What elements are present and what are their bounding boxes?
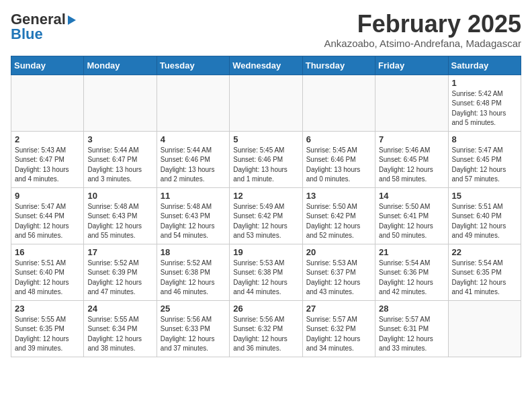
- day-number: 8: [452, 134, 517, 144]
- calendar-cell: 11Sunrise: 5:48 AM Sunset: 6:43 PM Dayli…: [157, 187, 229, 244]
- calendar-week-4: 16Sunrise: 5:51 AM Sunset: 6:40 PM Dayli…: [11, 244, 521, 300]
- day-number: 6: [306, 134, 371, 144]
- calendar-cell: 26Sunrise: 5:56 AM Sunset: 6:32 PM Dayli…: [230, 300, 302, 357]
- day-info: Sunrise: 5:53 AM Sunset: 6:38 PM Dayligh…: [233, 259, 298, 298]
- day-info: Sunrise: 5:55 AM Sunset: 6:35 PM Dayligh…: [15, 315, 80, 354]
- calendar-cell: 5Sunrise: 5:45 AM Sunset: 6:46 PM Daylig…: [230, 131, 302, 187]
- day-number: 9: [15, 191, 80, 201]
- day-number: 11: [161, 191, 226, 201]
- day-number: 12: [233, 191, 298, 201]
- day-info: Sunrise: 5:44 AM Sunset: 6:47 PM Dayligh…: [87, 146, 152, 185]
- page-header: General Blue February 2025 Ankazoabo, At…: [11, 11, 521, 49]
- calendar-cell: 4Sunrise: 5:44 AM Sunset: 6:46 PM Daylig…: [157, 131, 229, 187]
- calendar-cell: [84, 75, 157, 131]
- calendar-cell: [157, 75, 229, 131]
- day-info: Sunrise: 5:48 AM Sunset: 6:43 PM Dayligh…: [87, 202, 152, 241]
- location-title: Ankazoabo, Atsimo-Andrefana, Madagascar: [324, 38, 521, 49]
- logo: General Blue: [11, 11, 76, 43]
- weekday-header-saturday: Saturday: [448, 56, 521, 75]
- calendar-cell: [11, 75, 84, 131]
- calendar-cell: 12Sunrise: 5:49 AM Sunset: 6:42 PM Dayli…: [230, 187, 302, 244]
- calendar-cell: 2Sunrise: 5:43 AM Sunset: 6:47 PM Daylig…: [11, 131, 84, 187]
- weekday-header-wednesday: Wednesday: [230, 56, 302, 75]
- calendar-cell: 6Sunrise: 5:45 AM Sunset: 6:46 PM Daylig…: [302, 131, 375, 187]
- calendar-header-row: SundayMondayTuesdayWednesdayThursdayFrid…: [11, 56, 521, 75]
- calendar-cell: 19Sunrise: 5:53 AM Sunset: 6:38 PM Dayli…: [230, 244, 302, 300]
- day-info: Sunrise: 5:56 AM Sunset: 6:33 PM Dayligh…: [161, 315, 226, 354]
- calendar-week-2: 2Sunrise: 5:43 AM Sunset: 6:47 PM Daylig…: [11, 131, 521, 187]
- day-info: Sunrise: 5:57 AM Sunset: 6:32 PM Dayligh…: [306, 315, 371, 354]
- day-info: Sunrise: 5:48 AM Sunset: 6:43 PM Dayligh…: [161, 202, 226, 241]
- day-number: 7: [379, 134, 444, 144]
- logo-blue: Blue: [11, 26, 43, 43]
- calendar-cell: [302, 75, 375, 131]
- day-number: 1: [452, 78, 517, 88]
- day-info: Sunrise: 5:52 AM Sunset: 6:38 PM Dayligh…: [161, 259, 226, 298]
- calendar-cell: [448, 300, 521, 357]
- day-info: Sunrise: 5:53 AM Sunset: 6:37 PM Dayligh…: [306, 259, 371, 298]
- calendar-cell: 10Sunrise: 5:48 AM Sunset: 6:43 PM Dayli…: [84, 187, 157, 244]
- calendar-cell: [230, 75, 302, 131]
- calendar-cell: 3Sunrise: 5:44 AM Sunset: 6:47 PM Daylig…: [84, 131, 157, 187]
- day-number: 18: [161, 247, 226, 257]
- calendar-cell: 15Sunrise: 5:51 AM Sunset: 6:40 PM Dayli…: [448, 187, 521, 244]
- day-info: Sunrise: 5:43 AM Sunset: 6:47 PM Dayligh…: [15, 146, 80, 185]
- calendar-cell: 25Sunrise: 5:56 AM Sunset: 6:33 PM Dayli…: [157, 300, 229, 357]
- day-number: 16: [15, 247, 80, 257]
- day-number: 26: [233, 304, 298, 314]
- day-number: 24: [87, 304, 152, 314]
- day-info: Sunrise: 5:51 AM Sunset: 6:40 PM Dayligh…: [15, 259, 80, 298]
- calendar-cell: 18Sunrise: 5:52 AM Sunset: 6:38 PM Dayli…: [157, 244, 229, 300]
- calendar-cell: 23Sunrise: 5:55 AM Sunset: 6:35 PM Dayli…: [11, 300, 84, 357]
- day-number: 17: [87, 247, 152, 257]
- day-info: Sunrise: 5:46 AM Sunset: 6:45 PM Dayligh…: [379, 146, 444, 185]
- calendar-week-1: 1Sunrise: 5:42 AM Sunset: 6:48 PM Daylig…: [11, 75, 521, 131]
- day-info: Sunrise: 5:45 AM Sunset: 6:46 PM Dayligh…: [306, 146, 371, 185]
- calendar-cell: 24Sunrise: 5:55 AM Sunset: 6:34 PM Dayli…: [84, 300, 157, 357]
- month-title: February 2025: [324, 11, 521, 38]
- day-number: 15: [452, 191, 517, 201]
- weekday-header-friday: Friday: [375, 56, 448, 75]
- day-number: 4: [161, 134, 226, 144]
- calendar-cell: 28Sunrise: 5:57 AM Sunset: 6:31 PM Dayli…: [375, 300, 448, 357]
- calendar-cell: 21Sunrise: 5:54 AM Sunset: 6:36 PM Dayli…: [375, 244, 448, 300]
- day-number: 20: [306, 247, 371, 257]
- day-number: 27: [306, 304, 371, 314]
- weekday-header-monday: Monday: [84, 56, 157, 75]
- day-number: 25: [161, 304, 226, 314]
- calendar-cell: 16Sunrise: 5:51 AM Sunset: 6:40 PM Dayli…: [11, 244, 84, 300]
- day-info: Sunrise: 5:49 AM Sunset: 6:42 PM Dayligh…: [233, 202, 298, 241]
- calendar-cell: 7Sunrise: 5:46 AM Sunset: 6:45 PM Daylig…: [375, 131, 448, 187]
- day-number: 2: [15, 134, 80, 144]
- day-info: Sunrise: 5:54 AM Sunset: 6:36 PM Dayligh…: [379, 259, 444, 298]
- logo-arrow-icon: [68, 15, 76, 25]
- calendar-cell: [375, 75, 448, 131]
- title-block: February 2025 Ankazoabo, Atsimo-Andrefan…: [324, 11, 521, 49]
- day-info: Sunrise: 5:42 AM Sunset: 6:48 PM Dayligh…: [452, 89, 517, 128]
- day-info: Sunrise: 5:51 AM Sunset: 6:40 PM Dayligh…: [452, 202, 517, 241]
- calendar-week-3: 9Sunrise: 5:47 AM Sunset: 6:44 PM Daylig…: [11, 187, 521, 244]
- calendar-week-5: 23Sunrise: 5:55 AM Sunset: 6:35 PM Dayli…: [11, 300, 521, 357]
- day-number: 14: [379, 191, 444, 201]
- calendar-cell: 1Sunrise: 5:42 AM Sunset: 6:48 PM Daylig…: [448, 75, 521, 131]
- day-info: Sunrise: 5:50 AM Sunset: 6:41 PM Dayligh…: [379, 202, 444, 241]
- weekday-header-tuesday: Tuesday: [157, 56, 229, 75]
- calendar-cell: 13Sunrise: 5:50 AM Sunset: 6:42 PM Dayli…: [302, 187, 375, 244]
- calendar-cell: 14Sunrise: 5:50 AM Sunset: 6:41 PM Dayli…: [375, 187, 448, 244]
- day-number: 19: [233, 247, 298, 257]
- day-info: Sunrise: 5:52 AM Sunset: 6:39 PM Dayligh…: [87, 259, 152, 298]
- day-info: Sunrise: 5:44 AM Sunset: 6:46 PM Dayligh…: [161, 146, 226, 185]
- calendar-cell: 17Sunrise: 5:52 AM Sunset: 6:39 PM Dayli…: [84, 244, 157, 300]
- day-info: Sunrise: 5:47 AM Sunset: 6:45 PM Dayligh…: [452, 146, 517, 185]
- day-number: 23: [15, 304, 80, 314]
- day-number: 21: [379, 247, 444, 257]
- calendar-cell: 9Sunrise: 5:47 AM Sunset: 6:44 PM Daylig…: [11, 187, 84, 244]
- day-number: 10: [87, 191, 152, 201]
- calendar-cell: 20Sunrise: 5:53 AM Sunset: 6:37 PM Dayli…: [302, 244, 375, 300]
- day-info: Sunrise: 5:47 AM Sunset: 6:44 PM Dayligh…: [15, 202, 80, 241]
- day-number: 5: [233, 134, 298, 144]
- day-number: 13: [306, 191, 371, 201]
- day-number: 22: [452, 247, 517, 257]
- weekday-header-thursday: Thursday: [302, 56, 375, 75]
- calendar-table: SundayMondayTuesdayWednesdayThursdayFrid…: [11, 56, 521, 357]
